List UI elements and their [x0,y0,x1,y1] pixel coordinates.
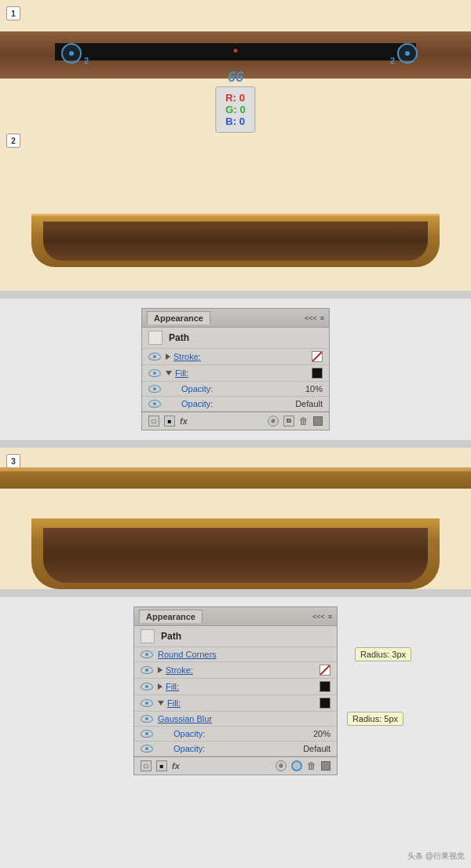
fill1-swatch-2[interactable] [319,681,330,692]
panel-tab-2[interactable]: Appearance [139,610,203,623]
panel-container-2: Appearance <<< ≡ Path Round Corners Radi… [0,597,471,785]
panel-tab-1[interactable]: Appearance [147,311,210,324]
gaussian-blur-label[interactable]: Gaussian Blur [158,714,330,723]
rgb-g-value: G: 0 [225,104,245,115]
copy-icon-1[interactable]: ⧉ [283,416,294,427]
anchor-circle-left [61,43,82,64]
fill2-label-2[interactable]: Fill: [167,698,318,708]
panel-titlebar-2: Appearance <<< ≡ [134,607,337,626]
expand-icon-stroke-2[interactable] [158,667,162,673]
duplicate-icon-2[interactable]: ■ [156,760,167,771]
visibility-icon-opacity-2[interactable] [141,730,153,738]
opacity-default-row-1: Opacity: Default [142,397,329,412]
step-number-1: 1 [6,6,20,20]
panel-container-1: Appearance <<< ≡ Path Stroke: Fill: [0,298,471,440]
section3: 3 [0,448,471,589]
section3-rail-inner [43,528,428,583]
visibility-icon-stroke-1[interactable] [148,353,161,361]
arrow-right: 2 [390,56,395,65]
stroke-swatch-1[interactable] [312,351,323,362]
fill-swatch-1[interactable] [312,368,323,379]
expand-icon-fill2-2[interactable] [158,701,164,705]
opacity-default-value-1: Default [295,399,323,408]
opacity-default-label-2: Opacity: [158,744,300,753]
expand-icon-stroke-1[interactable] [166,353,170,360]
anchor-circle-right [397,43,418,64]
appearance-panel-2: Appearance <<< ≡ Path Round Corners Radi… [133,606,338,775]
fill-row-1[interactable]: Fill: [142,365,329,382]
panel-controls-1: <<< ≡ [305,314,324,322]
panel-controls-2: <<< ≡ [312,613,332,621]
trash-icon-1[interactable]: 🗑 [299,416,309,427]
panel-collapse-btn-1[interactable]: <<< [305,314,317,322]
visibility-icon-fill-1[interactable] [148,369,161,377]
expand-icon-fill-1[interactable] [166,371,172,375]
red-dot [234,49,238,53]
trash-icon-2[interactable]: 🗑 [307,760,316,771]
grid-icon-1 [313,416,323,426]
rgb-box: R: 0 G: 0 B: 0 [215,86,255,133]
visibility-icon-opacity-default-1[interactable] [148,400,161,408]
path-icon-2 [141,629,155,643]
stroke-swatch-2[interactable] [319,665,330,676]
bottom-rail [0,212,471,291]
new-layer-icon-2[interactable]: □ [141,760,152,771]
stroke-label-1[interactable]: Stroke: [173,352,310,361]
rgb-b-value: B: 0 [225,115,245,127]
label-66: 66 [228,69,243,86]
path-label-1: Path [169,332,189,343]
visibility-icon-opacity-1[interactable] [148,385,161,393]
rail-inner [43,222,428,261]
round-corners-label[interactable]: Round Corners [158,650,330,659]
divider-2 [0,440,471,448]
opacity-value-2: 20% [313,729,330,738]
opacity-default-value-2: Default [303,744,330,753]
arrow-left: 2 [84,56,89,65]
duplicate-icon-1[interactable]: ■ [164,416,175,427]
opacity-label-2: Opacity: [158,729,310,738]
opacity-default-row-2: Opacity: Default [134,742,337,756]
grid-icon-2 [321,761,330,771]
gaussian-blur-row[interactable]: Gaussian Blur Radius: 5px [134,712,337,727]
fx-button-2[interactable]: fx [172,761,180,771]
panel-menu-btn-1[interactable]: ≡ [320,314,324,322]
circle-highlight-btn-2[interactable] [291,760,302,771]
visibility-icon-fill1-2[interactable] [141,683,153,690]
gaussian-blur-tooltip: Radius: 5px [347,712,403,726]
visibility-icon-round-corners[interactable] [141,650,153,658]
path-icon-1 [148,331,162,345]
opacity-value-1: 10% [305,384,323,394]
fill1-label-2[interactable]: Fill: [166,682,318,691]
expand-icon-fill1-2[interactable] [158,683,162,690]
fx-button-1[interactable]: fx [180,416,188,426]
fill2-swatch-2[interactable] [319,698,330,709]
opacity-row-2: Opacity: 20% [134,727,337,742]
path-label-2: Path [161,631,181,642]
stroke-row-2[interactable]: Stroke: [134,662,337,679]
visibility-icon-gaussian-blur[interactable] [141,715,153,723]
opacity-default-label-1: Opacity: [166,399,292,408]
circle-btn-2[interactable]: ⊘ [276,760,287,771]
stroke-label-2[interactable]: Stroke: [166,665,318,675]
round-corners-row[interactable]: Round Corners Radius: 3px [134,647,337,662]
visibility-icon-stroke-2[interactable] [141,666,153,674]
panel-collapse-btn-2[interactable]: <<< [312,613,325,621]
fill-label-1[interactable]: Fill: [175,368,310,378]
fill1-row-2[interactable]: Fill: [134,679,337,695]
new-layer-icon-1[interactable]: □ [148,416,159,427]
divider-1 [0,291,471,298]
visibility-icon-opacity-default-2[interactable] [141,745,153,753]
watermark: 头条 @衍果视觉 [407,851,465,862]
circle-btn-1[interactable]: ⊘ [268,416,279,427]
rgb-r-value: R: 0 [225,92,245,104]
stroke-row-1[interactable]: Stroke: [142,349,329,365]
step-number-2: 2 [6,134,20,148]
round-corners-tooltip: Radius: 3px [355,647,411,661]
opacity-label-1: Opacity: [166,384,302,394]
path-row-1: Path [142,328,329,349]
fill2-row-2[interactable]: Fill: [134,695,337,712]
panel-menu-btn-2[interactable]: ≡ [328,613,332,621]
visibility-icon-fill2-2[interactable] [141,699,153,707]
section1: 1 2 2 66 R: 0 G: 0 B: 0 2 [0,0,471,291]
divider-3 [0,589,471,597]
